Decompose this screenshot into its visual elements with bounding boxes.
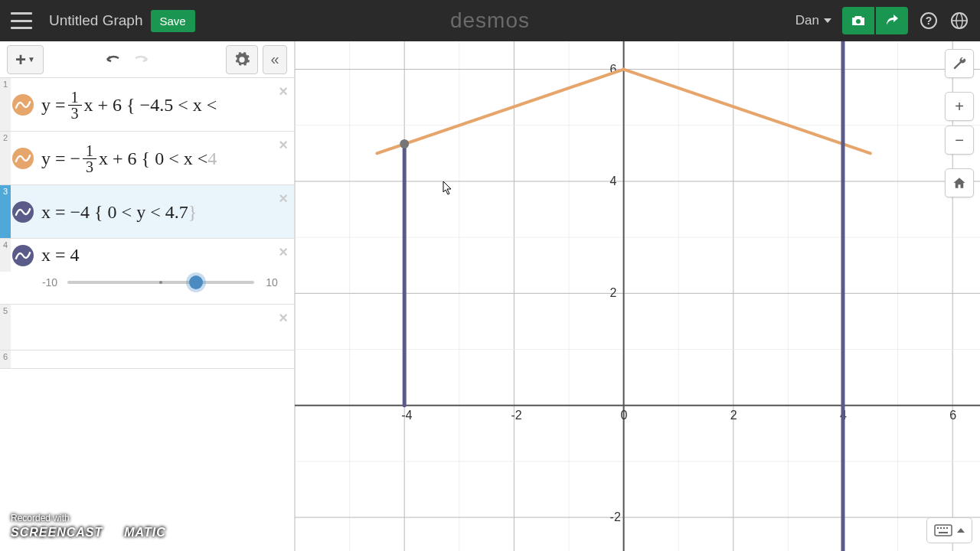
add-expression-button[interactable]: +▼ xyxy=(7,45,44,74)
zoom-in-button[interactable]: + xyxy=(945,92,974,121)
expression-toggle[interactable] xyxy=(11,78,35,131)
expression-toggle[interactable] xyxy=(11,132,35,184)
svg-text:6: 6 xyxy=(949,409,956,422)
undo-icon xyxy=(105,54,122,66)
chevron-down-icon xyxy=(824,18,831,23)
wrench-button[interactable] xyxy=(945,49,974,78)
expression-row[interactable]: 6 xyxy=(0,350,294,369)
logo: desmos xyxy=(450,8,530,33)
undo-button[interactable] xyxy=(100,46,127,73)
row-number: 4 xyxy=(0,239,11,272)
expression-row[interactable]: 5 × xyxy=(0,305,294,350)
svg-text:4: 4 xyxy=(610,174,617,187)
svg-text:?: ? xyxy=(926,15,933,27)
home-button[interactable] xyxy=(945,168,974,197)
delete-expression-button[interactable]: × xyxy=(279,243,288,261)
svg-point-0 xyxy=(856,19,861,24)
svg-text:2: 2 xyxy=(730,409,737,422)
slider-min[interactable]: -10 xyxy=(40,276,60,289)
delete-expression-button[interactable]: × xyxy=(279,136,288,154)
redo-button xyxy=(127,46,155,73)
user-menu[interactable]: Dan xyxy=(795,13,831,28)
row-number: 6 xyxy=(0,350,11,368)
collapse-sidebar-button[interactable]: « xyxy=(263,45,287,74)
expression-toggle[interactable] xyxy=(11,239,35,272)
graph-settings-button[interactable] xyxy=(226,45,258,74)
user-name: Dan xyxy=(795,13,819,28)
watermark: Recorded with SCREENCAST MATIC xyxy=(11,513,166,542)
redo-icon xyxy=(132,54,149,66)
slider-track[interactable] xyxy=(67,281,254,284)
expression-row[interactable]: 2 y = − 13 x + 6 { 0 < x < 4 × xyxy=(0,132,294,185)
row-number: 2 xyxy=(0,132,11,184)
svg-text:-2: -2 xyxy=(610,510,621,523)
expression-list: 1 y = 13 x + 6 { −4.5 < x < × 2 y xyxy=(0,78,294,369)
wave-icon xyxy=(15,204,31,220)
save-button[interactable]: Save xyxy=(151,10,195,32)
delete-expression-button[interactable]: × xyxy=(279,190,288,207)
gear-icon xyxy=(234,51,250,68)
wave-icon xyxy=(15,150,31,167)
help-button[interactable]: ? xyxy=(919,11,939,31)
wave-icon xyxy=(15,247,31,264)
expression-input[interactable]: x = −4 { 0 < y < 4.7 } xyxy=(35,185,294,238)
svg-text:0: 0 xyxy=(621,409,628,422)
language-button[interactable] xyxy=(949,11,969,31)
camera-icon xyxy=(851,15,866,27)
menu-icon[interactable] xyxy=(11,12,32,29)
svg-rect-43 xyxy=(940,527,942,529)
svg-point-40 xyxy=(400,139,409,148)
expression-toggle[interactable] xyxy=(11,185,35,238)
color-swatch xyxy=(12,94,34,116)
expression-sidebar: +▼ « 1 y = 13 x + 6 { −4.5 < x < × xyxy=(0,41,295,551)
slider-max[interactable]: 10 xyxy=(262,276,282,289)
svg-text:-2: -2 xyxy=(511,409,521,422)
expression-input[interactable]: y = − 13 x + 6 { 0 < x < 4 xyxy=(35,132,294,184)
help-icon: ? xyxy=(920,11,938,30)
graph-title[interactable]: Untitled Graph xyxy=(49,12,143,29)
expression-row[interactable]: 4 x = 4 × -10 10 xyxy=(0,239,294,305)
svg-rect-42 xyxy=(937,527,939,529)
wrench-icon xyxy=(952,56,967,71)
expression-row[interactable]: 3 x = −4 { 0 < y < 4.7 } × xyxy=(0,185,294,239)
color-swatch xyxy=(12,148,34,169)
graph-canvas[interactable]: -4-20246-2246 xyxy=(295,41,980,551)
svg-rect-46 xyxy=(939,532,948,533)
color-swatch xyxy=(12,245,34,266)
row-number: 3 xyxy=(0,185,11,238)
home-icon xyxy=(952,176,966,190)
share-button[interactable] xyxy=(876,7,908,34)
svg-text:-4: -4 xyxy=(401,409,412,422)
row-number: 5 xyxy=(0,305,11,350)
svg-rect-45 xyxy=(946,527,948,529)
svg-rect-41 xyxy=(935,525,952,536)
graph-svg: -4-20246-2246 xyxy=(295,41,980,551)
top-bar: Untitled Graph Save desmos Dan ? xyxy=(0,0,980,41)
share-icon xyxy=(885,14,899,28)
svg-text:2: 2 xyxy=(610,286,617,299)
screenshot-button[interactable] xyxy=(842,7,874,34)
delete-expression-button[interactable]: × xyxy=(279,309,288,327)
chevron-up-icon xyxy=(957,528,965,533)
keyboard-icon xyxy=(934,524,952,536)
expression-row[interactable]: 1 y = 13 x + 6 { −4.5 < x < × xyxy=(0,78,294,132)
row-number: 1 xyxy=(0,78,11,131)
delete-expression-button[interactable]: × xyxy=(279,83,288,100)
sidebar-toolbar: +▼ « xyxy=(0,41,294,78)
wave-icon xyxy=(15,96,31,113)
svg-rect-44 xyxy=(943,527,945,529)
color-swatch xyxy=(12,201,34,223)
zoom-out-button[interactable]: − xyxy=(945,126,974,155)
keyboard-button[interactable] xyxy=(926,517,972,543)
expression-input[interactable] xyxy=(35,305,294,350)
expression-input[interactable]: x = 4 xyxy=(35,239,294,272)
expression-input[interactable]: y = 13 x + 6 { −4.5 < x < xyxy=(35,78,294,131)
slider-thumb[interactable] xyxy=(189,276,203,289)
globe-icon xyxy=(950,11,969,30)
slider[interactable]: -10 10 xyxy=(0,272,294,296)
